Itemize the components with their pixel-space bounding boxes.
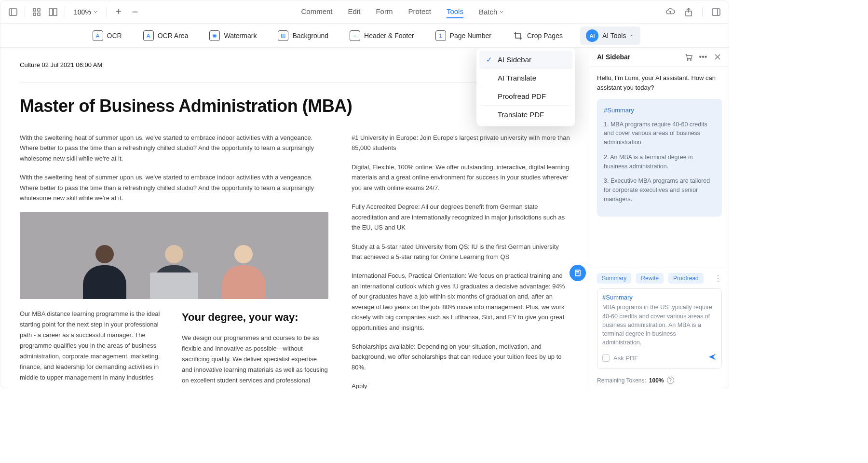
summary-card: #Summary 1. MBA programs require 40-60 c…	[597, 99, 722, 217]
tab-protect[interactable]: Protect	[408, 5, 431, 18]
dropdown-item-ai-translate[interactable]: AI Translate	[479, 69, 572, 87]
zoom-label: 100%	[74, 8, 91, 16]
top-toolbar: 100% + − Comment Edit Form Protect Tools…	[0, 0, 729, 24]
doc-subparagraph: We design our programmes and courses to …	[182, 333, 328, 389]
ocr-area-icon: A	[143, 30, 154, 41]
sidebar-body: Hello, I'm Lumi, your AI assistant. How …	[590, 67, 729, 268]
help-icon[interactable]: ?	[667, 377, 674, 384]
ask-pdf-label: Ask PDF	[613, 354, 704, 362]
tab-form[interactable]: Form	[376, 5, 393, 18]
doc-paragraph: With the sweltering heat of summer upon …	[20, 133, 328, 163]
tool-watermark[interactable]: ◉Watermark	[205, 27, 260, 44]
ask-pdf-checkbox[interactable]	[602, 354, 610, 362]
svg-rect-2	[33, 9, 36, 11]
tool-ai-tools[interactable]: AIAI Tools	[580, 27, 641, 45]
ai-sidebar: AI Sidebar ••• Hello, I'm Lumi, your AI …	[590, 48, 729, 389]
header-footer-icon: ≡	[350, 30, 360, 41]
tool-ocr[interactable]: AOCR	[89, 27, 126, 44]
chevron-down-icon	[630, 33, 635, 38]
tool-background[interactable]: ▨Background	[274, 27, 332, 44]
doc-paragraph: International Focus, Practical Orientati…	[352, 271, 570, 333]
dropdown-item-proofread-pdf[interactable]: Proofread PDF	[479, 87, 572, 106]
sidebar-title: AI Sidebar	[597, 53, 678, 61]
doc-paragraph: Fully Accredited Degree: All our degrees…	[352, 202, 570, 232]
chip-more-icon[interactable]: ⋮	[714, 274, 722, 283]
sidebar-toggle-icon[interactable]	[8, 7, 18, 17]
doc-paragraph: Scholarships available: Depending on you…	[352, 341, 570, 372]
doc-right-column: #1 University in Europe: Join Europe's l…	[352, 133, 570, 389]
divider	[25, 7, 25, 17]
svg-rect-4	[33, 13, 36, 15]
chip-summary[interactable]: Summary	[597, 273, 631, 284]
tool-header-footer[interactable]: ≡Header & Footer	[346, 27, 418, 44]
ai-tools-dropdown: ✓ AI Sidebar AI Translate Proofread PDF …	[476, 48, 575, 126]
svg-rect-9	[712, 9, 720, 15]
tools-bar: AOCR AOCR Area ◉Watermark ▨Background ≡H…	[0, 24, 729, 48]
zoom-out-icon[interactable]: −	[130, 7, 140, 17]
tool-crop-pages[interactable]: Crop Pages	[509, 27, 567, 44]
cart-icon[interactable]	[684, 53, 693, 61]
crop-icon	[513, 30, 523, 41]
toolbar-right	[665, 7, 721, 17]
background-icon: ▨	[278, 30, 288, 41]
tool-ocr-area[interactable]: AOCR Area	[139, 27, 192, 44]
divider	[702, 7, 703, 17]
grid-view-icon[interactable]	[32, 7, 41, 17]
tab-tools[interactable]: Tools	[447, 5, 463, 18]
right-panel-icon[interactable]	[711, 7, 721, 17]
tab-edit[interactable]: Edit	[348, 5, 361, 18]
send-icon[interactable]	[708, 353, 717, 364]
document-view: Culture 02 Jul 2021 06:00 AM Master of B…	[0, 48, 590, 389]
more-icon[interactable]: •••	[699, 53, 707, 61]
ocr-icon: A	[93, 30, 103, 41]
ai-greeting: Hello, I'm Lumi, your AI assistant. How …	[597, 73, 722, 92]
two-page-icon[interactable]	[48, 7, 58, 17]
divider	[65, 7, 65, 17]
doc-subparagraph: Our MBA distance learning programme is t…	[20, 309, 166, 389]
zoom-control[interactable]: 100%	[72, 8, 100, 16]
share-icon[interactable]	[684, 7, 693, 17]
doc-image	[20, 212, 328, 299]
ask-row: Ask PDF	[602, 353, 717, 364]
tab-comment[interactable]: Comment	[301, 5, 333, 18]
main-content: Culture 02 Jul 2021 06:00 AM Master of B…	[0, 48, 729, 389]
page-number-icon: 1	[435, 30, 446, 41]
main-tabs: Comment Edit Form Protect Tools Batch	[140, 5, 665, 18]
doc-paragraph: Study at a 5-star rated University from …	[352, 242, 570, 262]
summary-item: 3. Executive MBA programs are tailored f…	[604, 177, 715, 204]
close-icon[interactable]	[713, 53, 722, 61]
watermark-icon: ◉	[209, 30, 220, 41]
svg-point-15	[691, 59, 692, 60]
ai-badge-icon: AI	[586, 29, 598, 42]
remaining-tokens: Remaining Tokens: 100% ?	[590, 374, 729, 389]
doc-paragraph: With the sweltering heat of summer upon …	[20, 172, 328, 203]
sidebar-header: AI Sidebar •••	[590, 48, 729, 67]
sidebar-bottom: Summary Rewite Proofread ⋮ #Summary MBA …	[590, 268, 729, 374]
svg-rect-7	[54, 9, 57, 15]
prompt-text: MBA programs in the US typically require…	[602, 303, 717, 347]
tool-page-number[interactable]: 1Page Number	[432, 27, 495, 44]
doc-paragraph: Digital, Flexible, 100% online: We offer…	[352, 162, 570, 193]
floating-ai-button[interactable]	[570, 265, 586, 281]
summary-item: 1. MBA programs require 40-60 credits an…	[604, 120, 715, 147]
svg-point-14	[687, 59, 688, 60]
tab-batch[interactable]: Batch	[479, 5, 504, 18]
svg-rect-5	[38, 13, 40, 15]
zoom-in-icon[interactable]: +	[114, 7, 123, 17]
divider	[107, 7, 107, 17]
check-icon: ✓	[485, 56, 493, 64]
prompt-box: #Summary MBA programs in the US typicall…	[597, 288, 722, 369]
dropdown-item-translate-pdf[interactable]: Translate PDF	[479, 106, 572, 123]
svg-rect-0	[9, 9, 17, 15]
doc-paragraph: Apply	[352, 381, 570, 389]
prompt-tag: #Summary	[602, 294, 717, 301]
summary-tag: #Summary	[604, 106, 715, 115]
toolbar-left: 100% + −	[8, 7, 140, 17]
doc-subheading: Your degree, your way:	[182, 309, 328, 326]
chip-proofread[interactable]: Proofread	[668, 273, 704, 284]
doc-left-column: With the sweltering heat of summer upon …	[20, 133, 328, 389]
cloud-upload-icon[interactable]	[665, 7, 675, 17]
dropdown-item-ai-sidebar[interactable]: ✓ AI Sidebar	[479, 51, 572, 69]
chip-row: Summary Rewite Proofread ⋮	[597, 273, 722, 284]
chip-rewrite[interactable]: Rewite	[636, 273, 664, 284]
